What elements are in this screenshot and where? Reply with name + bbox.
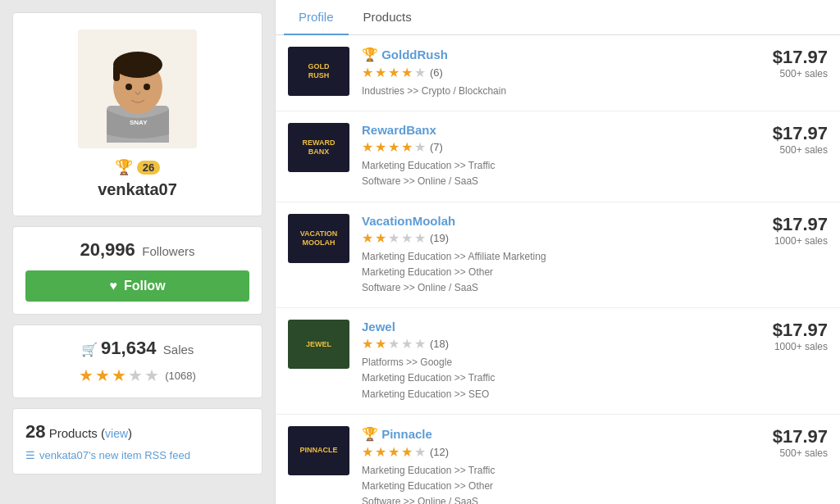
heart-icon: ♥ <box>109 279 117 293</box>
product-price: $17.97 <box>746 123 828 144</box>
product-sales-badge: 500+ sales <box>746 68 828 79</box>
rss-label: venkata07's new item RSS feed <box>39 449 190 461</box>
product-category: Software >> Online / SaaS <box>362 174 733 189</box>
follow-button[interactable]: ♥ Follow <box>25 270 249 302</box>
star-2: ★ <box>95 366 110 385</box>
product-name-link[interactable]: 🏆 GolddRush <box>362 47 733 62</box>
product-price-col: $17.97 1000+ sales <box>746 214 828 247</box>
products-line: 28 Products (view) <box>25 421 249 443</box>
sales-count: 91,634 <box>101 338 156 358</box>
product-thumbnail: REWARD BANX <box>288 123 349 172</box>
product-name-link[interactable]: Jewel <box>362 320 733 334</box>
product-star: ★ <box>362 444 373 460</box>
product-price-col: $17.97 500+ sales <box>746 47 828 79</box>
sales-label: Sales <box>163 343 194 356</box>
product-star: ★ <box>388 65 399 80</box>
product-thumbnail: JEWEL <box>288 320 349 369</box>
product-category: Industries >> Crypto / Blockchain <box>362 84 733 99</box>
product-star: ★ <box>375 139 386 155</box>
product-sales-badge: 500+ sales <box>746 144 828 156</box>
product-info: Jewel ★★★★★ (18) Platforms >> GoogleMark… <box>362 320 733 402</box>
product-info: 🏆 GolddRush ★★★★★ (6) Industries >> Cryp… <box>362 47 733 99</box>
product-review-count: (19) <box>430 232 449 244</box>
product-star: ★ <box>375 444 386 460</box>
product-item: PINNACLE 🏆 Pinnacle ★★★★★ (12) Marketing… <box>276 415 840 504</box>
product-star: ★ <box>362 230 373 246</box>
follow-button-label: Follow <box>124 279 166 293</box>
profile-card: SNAY 🏆 26 venkata07 <box>12 12 262 216</box>
product-star: ★ <box>375 230 386 246</box>
products-paren-close: ) <box>128 426 132 440</box>
product-category: Marketing Education >> Traffic <box>362 370 733 386</box>
product-category: Platforms >> Google <box>362 355 733 370</box>
star-4: ★ <box>128 366 143 385</box>
product-review-count: (18) <box>430 338 449 350</box>
svg-text:SNAY: SNAY <box>130 119 148 126</box>
product-star-empty: ★ <box>414 336 426 352</box>
product-item: REWARD BANX RewardBanx ★★★★★ (7) Marketi… <box>276 111 840 202</box>
product-category: Marketing Education >> Other <box>362 265 733 280</box>
product-item: JEWEL Jewel ★★★★★ (18) Platforms >> Goog… <box>276 308 840 415</box>
product-star-empty: ★ <box>414 65 426 80</box>
product-price-col: $17.97 500+ sales <box>746 123 828 156</box>
rss-link[interactable]: ☰ venkata07's new item RSS feed <box>25 449 249 461</box>
product-category: Marketing Education >> Traffic <box>362 158 733 174</box>
star-3: ★ <box>112 366 126 385</box>
star-5: ★ <box>144 366 159 385</box>
sales-count-row: 🛒 91,634 Sales <box>25 338 249 359</box>
avatar: SNAY <box>78 30 197 148</box>
product-star-empty: ★ <box>401 230 413 246</box>
product-stars-row: ★★★★★ (12) <box>362 444 733 460</box>
svg-point-5 <box>113 52 162 78</box>
rss-icon: ☰ <box>25 449 35 461</box>
product-categories: Marketing Education >> TrafficSoftware >… <box>362 158 733 189</box>
svg-point-7 <box>126 84 132 90</box>
sidebar: SNAY 🏆 26 venkata07 20,996 Followers ♥ F… <box>0 0 275 504</box>
product-name-link[interactable]: VacationMoolah <box>362 214 733 228</box>
product-star: ★ <box>362 65 373 80</box>
product-item: GOLD RUSH 🏆 GolddRush ★★★★★ (6) Industri… <box>276 35 840 111</box>
sales-stars-row: ★ ★ ★ ★ ★ (1068) <box>25 366 249 385</box>
product-stars-row: ★★★★★ (7) <box>362 139 733 155</box>
product-category: Marketing Education >> SEO <box>362 387 733 402</box>
products-card: 28 Products (view) ☰ venkata07's new ite… <box>12 408 262 474</box>
product-thumbnail: PINNACLE <box>288 426 349 475</box>
product-star-empty: ★ <box>414 230 426 246</box>
products-view-link[interactable]: view <box>105 427 128 440</box>
product-price: $17.97 <box>746 320 828 341</box>
product-stars-row: ★★★★★ (6) <box>362 65 733 80</box>
product-star: ★ <box>401 139 413 155</box>
product-star: ★ <box>362 336 373 352</box>
tabs: Profile Products <box>276 0 840 35</box>
tab-profile[interactable]: Profile <box>284 0 349 35</box>
product-name-link[interactable]: 🏆 Pinnacle <box>362 426 733 442</box>
trophy-icon: 🏆 <box>115 158 133 176</box>
product-thumbnail: VACATION MOOLAH <box>288 214 349 263</box>
product-thumb-text: JEWEL <box>306 340 331 349</box>
product-star: ★ <box>375 336 386 352</box>
product-review-count: (6) <box>430 66 443 79</box>
product-trophy-icon: 🏆 <box>362 48 378 61</box>
product-star-empty: ★ <box>401 336 413 352</box>
sales-card: 🛒 91,634 Sales ★ ★ ★ ★ ★ (1068) <box>12 325 262 398</box>
followers-count: 20,996 <box>80 239 135 260</box>
followers-label: Followers <box>142 244 194 258</box>
product-trophy-icon: 🏆 <box>362 427 378 441</box>
tab-products[interactable]: Products <box>349 0 427 35</box>
product-sales-badge: 1000+ sales <box>746 341 828 352</box>
badge-count: 26 <box>137 161 160 175</box>
products-label: Products ( <box>49 426 105 440</box>
product-category: Marketing Education >> Other <box>362 479 733 494</box>
product-thumb-text: VACATION MOOLAH <box>300 229 338 247</box>
product-info: 🏆 Pinnacle ★★★★★ (12) Marketing Educatio… <box>362 426 733 504</box>
product-star-empty: ★ <box>414 139 426 155</box>
product-sales-badge: 1000+ sales <box>746 235 828 247</box>
product-price: $17.97 <box>746 214 828 235</box>
product-name-link[interactable]: RewardBanx <box>362 123 733 137</box>
svg-point-8 <box>144 84 150 90</box>
followers-card: 20,996 Followers ♥ Follow <box>12 226 262 315</box>
product-categories: Industries >> Crypto / Blockchain <box>362 84 733 99</box>
badge-row: 🏆 26 <box>115 158 160 176</box>
svg-rect-6 <box>113 65 120 81</box>
product-price-col: $17.97 1000+ sales <box>746 320 828 352</box>
